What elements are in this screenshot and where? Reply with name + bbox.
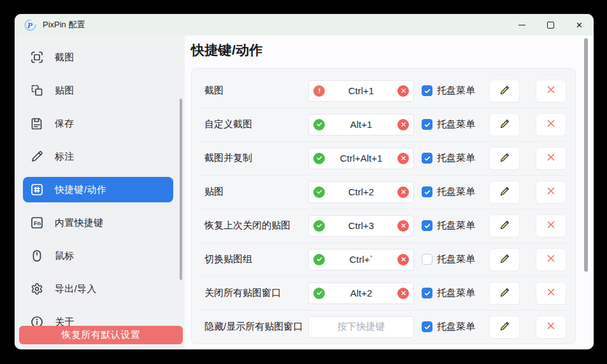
content-scrollbar[interactable] <box>584 38 588 272</box>
edit-shortcut-button[interactable] <box>489 248 520 271</box>
tray-menu-checkbox[interactable] <box>422 321 432 332</box>
delete-shortcut-button[interactable] <box>536 113 566 136</box>
hotkey-icon <box>29 182 45 197</box>
clear-shortcut-icon[interactable] <box>397 85 409 97</box>
pencil-icon <box>499 286 511 300</box>
shortcut-value: Ctrl+Alt+1 <box>325 153 397 164</box>
clear-shortcut-icon[interactable] <box>397 254 409 265</box>
clear-shortcut-icon[interactable] <box>397 119 409 130</box>
valid-status-icon <box>313 186 325 198</box>
sidebar-item-save[interactable]: 保存 <box>23 111 173 136</box>
pin-image-icon <box>29 83 45 98</box>
delete-shortcut-button[interactable] <box>536 282 566 305</box>
clear-shortcut-icon[interactable] <box>397 153 409 164</box>
hotkey-action-label: 截图并复制 <box>204 152 308 164</box>
sidebar-item-hotkey[interactable]: 快捷键/动作 <box>23 177 173 202</box>
shortcut-input[interactable]: Ctrl+2 <box>308 181 414 203</box>
edit-shortcut-button[interactable] <box>489 80 520 102</box>
pencil-icon <box>499 219 511 233</box>
pixpin-config-window: P PixPin 配置 ✕ 截图 贴图 保存 标注 快捷键/动作 Fn 内置快捷… <box>15 14 594 349</box>
delete-shortcut-button[interactable] <box>536 80 566 102</box>
edit-shortcut-button[interactable] <box>489 147 520 170</box>
shortcut-value: Alt+2 <box>325 288 397 298</box>
titlebar: P PixPin 配置 ✕ <box>15 14 594 36</box>
shortcut-input[interactable]: Ctrl+3 <box>308 215 414 237</box>
clear-shortcut-icon[interactable] <box>397 220 409 232</box>
edit-shortcut-button[interactable] <box>489 181 520 204</box>
tray-menu-checkbox[interactable] <box>422 186 432 197</box>
screen: { "window": { "title": "PixPin 配置" }, "s… <box>0 0 607 364</box>
delete-shortcut-button[interactable] <box>536 147 566 170</box>
hotkey-action-label: 切换贴图组 <box>204 253 308 265</box>
hotkey-row: 关闭所有贴图窗口 Alt+2 托盘菜单 <box>192 276 575 310</box>
clear-shortcut-icon[interactable] <box>397 288 409 299</box>
tray-menu-label: 托盘菜单 <box>437 118 479 130</box>
valid-status-icon <box>313 119 325 130</box>
tray-menu-label: 托盘菜单 <box>437 321 479 333</box>
shortcut-value: Ctrl+` <box>325 254 397 265</box>
sidebar-item-mouse[interactable]: 鼠标 <box>23 243 173 269</box>
tray-menu-label: 托盘菜单 <box>437 186 479 198</box>
shortcut-input[interactable]: Ctrl+` <box>308 249 414 270</box>
hotkey-row: 切换贴图组 Ctrl+` 托盘菜单 <box>192 242 575 276</box>
sidebar-scrollbar[interactable] <box>180 99 182 280</box>
annotate-icon <box>29 149 45 164</box>
shortcut-input[interactable]: 按下快捷键 <box>308 316 414 338</box>
shortcut-input[interactable]: Ctrl+1 <box>308 80 414 102</box>
tray-menu-label: 托盘菜单 <box>437 287 479 299</box>
edit-shortcut-button[interactable] <box>489 316 520 339</box>
sidebar: 截图 贴图 保存 标注 快捷键/动作 Fn 内置快捷键 鼠标 导出/导入 关于 … <box>15 36 185 349</box>
sidebar-item-export-import[interactable]: 导出/导入 <box>23 276 173 302</box>
sidebar-item-pin-image[interactable]: 贴图 <box>23 78 173 103</box>
clear-shortcut-icon[interactable] <box>397 186 409 198</box>
maximize-button[interactable] <box>536 14 565 36</box>
hotkey-list-panel: 截图 Ctrl+1 托盘菜单 自定义截图 <box>191 68 576 344</box>
tray-menu-checkbox[interactable] <box>422 254 432 265</box>
hotkey-row: 隐藏/显示所有贴图窗口 按下快捷键 托盘菜单 <box>192 310 575 344</box>
tray-menu-checkbox[interactable] <box>422 288 432 298</box>
shortcut-input[interactable]: Ctrl+Alt+1 <box>308 148 414 169</box>
edit-shortcut-button[interactable] <box>489 113 520 136</box>
window-title: PixPin 配置 <box>43 19 85 31</box>
tray-menu-checkbox[interactable] <box>422 119 432 130</box>
tray-menu-label: 托盘菜单 <box>437 85 479 97</box>
hotkey-row: 截图 Ctrl+1 托盘菜单 <box>192 74 575 108</box>
shortcut-value: 按下快捷键 <box>325 321 397 333</box>
delete-shortcut-button[interactable] <box>536 214 566 237</box>
hotkey-action-label: 关闭所有贴图窗口 <box>204 287 308 299</box>
tray-menu-checkbox[interactable] <box>422 85 432 96</box>
window-controls: ✕ <box>508 14 594 36</box>
close-icon: ✕ <box>576 21 583 29</box>
shortcut-input[interactable]: Alt+2 <box>308 283 414 304</box>
fn-key-icon: Fn <box>29 215 45 230</box>
screenshot-icon <box>29 50 45 65</box>
sidebar-items: 截图 贴图 保存 标注 快捷键/动作 Fn 内置快捷键 鼠标 导出/导入 关于 <box>15 45 185 335</box>
minimize-button[interactable] <box>508 14 536 36</box>
tray-menu-checkbox[interactable] <box>422 153 432 164</box>
delete-shortcut-button[interactable] <box>536 248 566 271</box>
edit-shortcut-button[interactable] <box>489 214 520 237</box>
shortcut-input[interactable]: Alt+1 <box>308 114 414 136</box>
pencil-icon <box>499 320 511 334</box>
delete-x-icon <box>545 118 557 131</box>
minimize-icon <box>518 25 525 25</box>
delete-x-icon <box>545 219 557 232</box>
shortcut-value: Ctrl+1 <box>325 85 397 96</box>
pencil-icon <box>499 151 511 165</box>
sidebar-item-fn-key[interactable]: Fn 内置快捷键 <box>23 210 173 235</box>
edit-shortcut-button[interactable] <box>489 282 520 305</box>
sidebar-item-annotate[interactable]: 标注 <box>23 144 173 169</box>
hotkey-action-label: 贴图 <box>204 186 308 198</box>
delete-x-icon <box>545 253 557 266</box>
sidebar-item-screenshot[interactable]: 截图 <box>23 45 173 70</box>
close-button[interactable]: ✕ <box>565 14 594 36</box>
delete-shortcut-button[interactable] <box>536 181 566 204</box>
delete-shortcut-button[interactable] <box>536 316 566 339</box>
valid-status-icon <box>313 220 325 232</box>
page-title: 快捷键/动作 <box>191 41 594 59</box>
pencil-icon <box>499 84 511 98</box>
tray-menu-checkbox[interactable] <box>422 220 432 231</box>
delete-x-icon <box>545 286 557 300</box>
pencil-icon <box>499 118 511 132</box>
reset-defaults-button[interactable]: 恢复所有默认设置 <box>19 326 183 344</box>
